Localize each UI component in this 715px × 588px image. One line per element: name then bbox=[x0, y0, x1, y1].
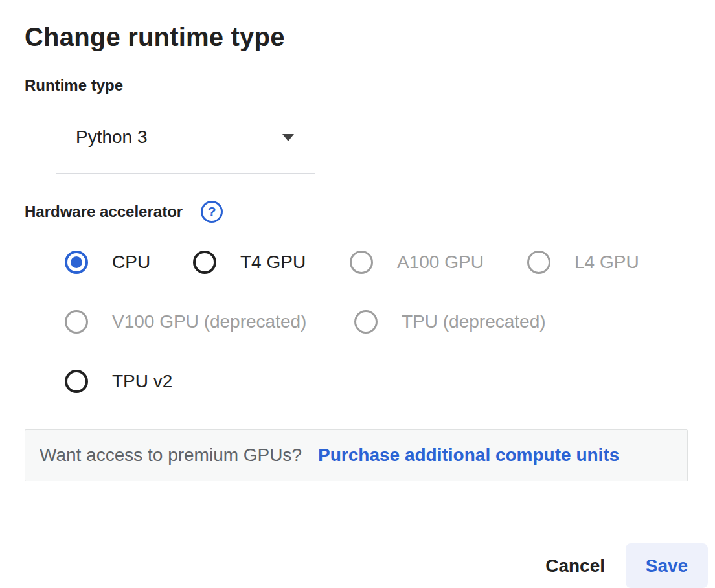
radio-icon[interactable] bbox=[65, 251, 88, 274]
save-button[interactable]: Save bbox=[626, 543, 708, 588]
radio-option-tpu-v2[interactable]: TPU v2 bbox=[65, 370, 172, 393]
radio-option-label: L4 GPU bbox=[574, 252, 639, 273]
runtime-type-label: Runtime type bbox=[25, 76, 688, 95]
banner-text: Want access to premium GPUs? bbox=[40, 445, 302, 466]
purchase-compute-units-link[interactable]: Purchase additional compute units bbox=[318, 445, 619, 466]
radio-icon bbox=[350, 251, 373, 274]
premium-gpu-banner: Want access to premium GPUs? Purchase ad… bbox=[25, 429, 688, 481]
radio-option-t4-gpu[interactable]: T4 GPU bbox=[193, 251, 350, 274]
accelerator-row-2: V100 GPU (deprecated) TPU (deprecated) bbox=[65, 310, 688, 334]
radio-icon[interactable] bbox=[65, 370, 88, 393]
radio-option-label: TPU v2 bbox=[112, 371, 172, 392]
radio-icon bbox=[65, 310, 88, 334]
radio-option-tpu: TPU (deprecated) bbox=[354, 310, 546, 334]
radio-icon bbox=[354, 310, 378, 334]
radio-option-a100-gpu: A100 GPU bbox=[350, 251, 527, 274]
radio-icon bbox=[527, 251, 550, 274]
help-circle-icon[interactable]: ? bbox=[201, 201, 223, 223]
radio-option-v100-gpu: V100 GPU (deprecated) bbox=[65, 310, 354, 334]
cancel-button[interactable]: Cancel bbox=[545, 556, 605, 576]
radio-option-label: T4 GPU bbox=[240, 252, 306, 273]
radio-icon[interactable] bbox=[193, 251, 216, 274]
radio-option-label: CPU bbox=[112, 252, 150, 273]
hardware-accelerator-header: Hardware accelerator ? bbox=[25, 201, 688, 223]
dialog-footer: Cancel Save bbox=[25, 543, 708, 588]
runtime-type-select[interactable]: Python 3 bbox=[56, 124, 315, 174]
accelerator-row-3: TPU v2 bbox=[65, 370, 688, 393]
dropdown-caret-icon bbox=[282, 134, 294, 141]
accelerator-radio-group: CPU T4 GPU A100 GPU L4 GPU V100 GPU (dep… bbox=[25, 251, 688, 393]
hardware-accelerator-label: Hardware accelerator bbox=[25, 203, 183, 221]
radio-option-cpu[interactable]: CPU bbox=[65, 251, 193, 274]
radio-option-l4-gpu: L4 GPU bbox=[527, 251, 639, 274]
accelerator-row-1: CPU T4 GPU A100 GPU L4 GPU bbox=[65, 251, 688, 274]
change-runtime-type-dialog: Change runtime type Runtime type Python … bbox=[0, 0, 715, 588]
runtime-type-select-row[interactable]: Python 3 bbox=[56, 124, 315, 150]
radio-option-label: V100 GPU (deprecated) bbox=[112, 311, 306, 332]
runtime-type-selected-value: Python 3 bbox=[76, 127, 148, 148]
dialog-title: Change runtime type bbox=[25, 22, 688, 52]
radio-option-label: A100 GPU bbox=[397, 252, 484, 273]
radio-option-label: TPU (deprecated) bbox=[402, 311, 546, 332]
